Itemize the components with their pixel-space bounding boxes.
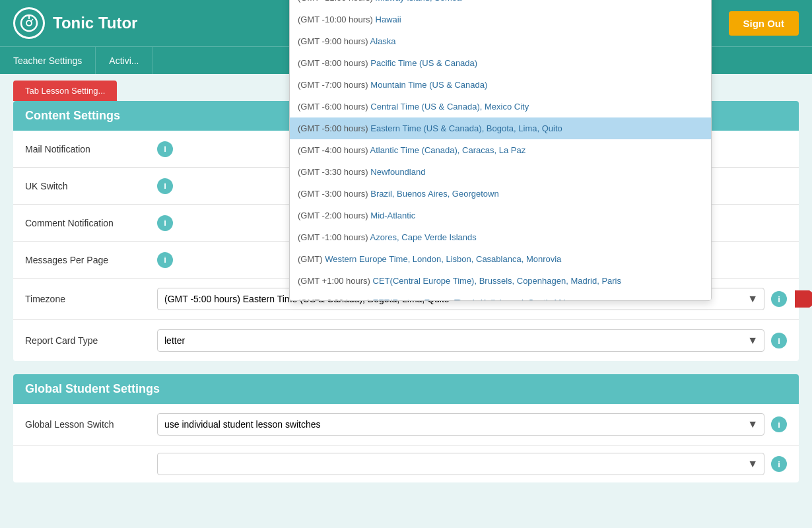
dropdown-item[interactable]: (GMT -9:00 hours) Alaska <box>290 30 711 52</box>
tab-lesson-setting[interactable]: Tab Lesson Setting... <box>13 81 117 101</box>
global-student-settings-heading: Global Student Settings <box>13 374 799 404</box>
report-card-info-icon[interactable]: i <box>771 333 787 348</box>
global-student-settings-section: Global Student Settings Global Lesson Sw… <box>13 374 799 482</box>
messages-per-page-info-icon[interactable]: i <box>157 252 173 268</box>
dropdown-item[interactable]: (GMT +1:00 hours) CET(Central Europe Tim… <box>290 270 711 292</box>
extra-select[interactable] <box>157 453 764 475</box>
dropdown-item[interactable]: (GMT +2:00 hours) EET(Eastern Europe Tim… <box>290 292 711 301</box>
timezone-info-icon[interactable]: i <box>771 291 787 307</box>
dropdown-item[interactable]: (GMT -10:00 hours) Hawaii <box>290 9 711 30</box>
dropdown-item[interactable]: (GMT -3:30 hours) Newfoundland <box>290 161 711 183</box>
dropdown-item[interactable]: (GMT -7:00 hours) Mountain Time (US & Ca… <box>290 74 711 96</box>
sign-out-button[interactable]: Sign Out <box>729 11 799 36</box>
dropdown-item[interactable]: (GMT -11:00 hours) Midway Island, Somoa <box>290 0 711 9</box>
timezone-control: (GMT -12:00 hours) Eniwetok, Kwajalein(G… <box>157 288 787 310</box>
timezone-select-wrapper: (GMT -12:00 hours) Eniwetok, Kwajalein(G… <box>157 288 764 310</box>
messages-per-page-label: Messages Per Page <box>25 255 157 265</box>
mail-notification-info-icon[interactable]: i <box>157 141 173 157</box>
global-lesson-switch-label: Global Lesson Switch <box>25 419 157 430</box>
report-card-select-wrapper: letter percentage points ▼ <box>157 329 764 352</box>
timezone-label: Timezone <box>25 294 157 304</box>
logo-icon <box>20 14 38 32</box>
timezone-row: Timezone (GMT -12:00 hours) Eniwetok, Kw… <box>13 279 799 320</box>
red-arrow-indicator <box>795 290 812 308</box>
dropdown-item[interactable]: (GMT -8:00 hours) Pacific Time (US & Can… <box>290 52 711 74</box>
global-lesson-info-icon[interactable]: i <box>771 416 787 432</box>
global-lesson-switch-control: use individual student lesson switches o… <box>157 413 787 436</box>
dropdown-item[interactable]: (GMT -1:00 hours) Azores, Cape Verde Isl… <box>290 226 711 248</box>
dropdown-item[interactable]: (GMT) Western Europe Time, London, Lisbo… <box>290 248 711 270</box>
global-lesson-select[interactable]: use individual student lesson switches o… <box>157 413 764 436</box>
dropdown-item[interactable]: (GMT -3:00 hours) Brazil, Buenos Aires, … <box>290 183 711 205</box>
extra-row: ▼ i <box>13 446 799 482</box>
logo <box>13 7 45 39</box>
report-card-type-row: Report Card Type letter percentage point… <box>13 320 799 361</box>
dropdown-item[interactable]: (GMT -5:00 hours) Eastern Time (US & Can… <box>290 117 711 139</box>
nav-activities[interactable]: Activi... <box>96 47 152 74</box>
uk-switch-label: UK Switch <box>25 181 157 191</box>
extra-info-icon[interactable]: i <box>771 456 787 472</box>
mail-notification-label: Mail Notification <box>25 144 157 154</box>
global-lesson-switch-row: Global Lesson Switch use individual stud… <box>13 404 799 446</box>
dropdown-item[interactable]: (GMT -2:00 hours) Mid-Atlantic <box>290 205 711 226</box>
main-content: Content Settings Mail Notification i UK … <box>0 101 812 496</box>
uk-switch-info-icon[interactable]: i <box>157 178 173 194</box>
extra-row-control: ▼ i <box>157 453 787 475</box>
report-card-type-label: Report Card Type <box>25 335 157 346</box>
global-lesson-select-wrapper: use individual student lesson switches o… <box>157 413 764 436</box>
timezone-dropdown: (GMT -12:00 hours) Eniwetok, Kwajalein(G… <box>289 0 712 301</box>
comment-notification-info-icon[interactable]: i <box>157 215 173 231</box>
app-title: Tonic Tutor <box>53 14 137 32</box>
dropdown-item[interactable]: (GMT -4:00 hours) Atlantic Time (Canada)… <box>290 139 711 161</box>
nav-teacher-settings[interactable]: Teacher Settings <box>0 47 96 74</box>
comment-notification-label: Comment Notification <box>25 218 157 228</box>
extra-select-wrapper: ▼ <box>157 453 764 475</box>
report-card-type-control: letter percentage points ▼ i <box>157 329 787 352</box>
report-card-select[interactable]: letter percentage points <box>157 329 764 352</box>
dropdown-item[interactable]: (GMT -6:00 hours) Central Time (US & Can… <box>290 96 711 117</box>
content-settings-section: Content Settings Mail Notification i UK … <box>13 101 799 361</box>
